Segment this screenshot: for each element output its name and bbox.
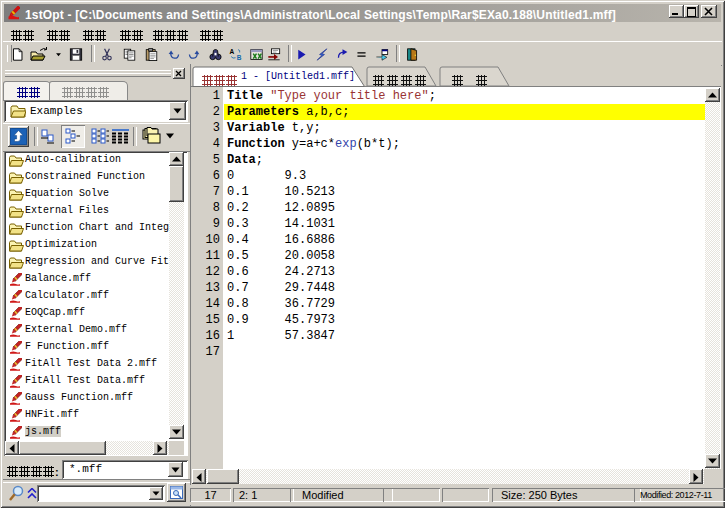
svg-text:B: B <box>237 54 242 61</box>
svg-text:A: A <box>230 48 235 55</box>
